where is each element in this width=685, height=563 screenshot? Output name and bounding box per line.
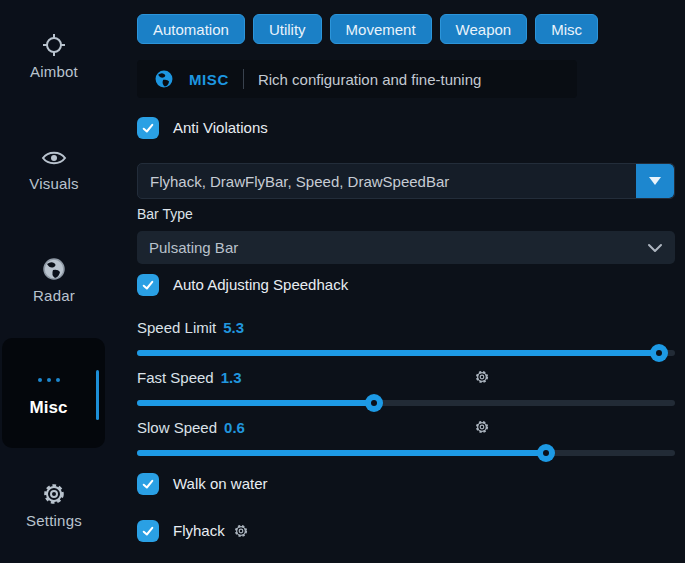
slider-value: 5.3 bbox=[223, 319, 244, 336]
sidebar-item-label: Radar bbox=[0, 287, 108, 304]
walk-on-water-checkbox[interactable] bbox=[137, 473, 159, 495]
slider-thumb[interactable] bbox=[365, 394, 383, 412]
checkbox-label: Flyhack bbox=[173, 522, 225, 539]
checkbox-label: Auto Adjusting Speedhack bbox=[173, 276, 348, 293]
checkbox-label: Anti Violations bbox=[173, 119, 268, 136]
fast-speed-gear-button[interactable] bbox=[474, 368, 490, 386]
slider-fill bbox=[137, 350, 659, 356]
slider-fill bbox=[137, 400, 374, 406]
tab-utility[interactable]: Utility bbox=[253, 14, 322, 44]
multiselect-dropdown-button[interactable] bbox=[636, 164, 674, 198]
active-indicator bbox=[96, 370, 99, 420]
category-tabs: Automation Utility Movement Weapon Misc bbox=[137, 14, 675, 44]
main-panel: Automation Utility Movement Weapon Misc … bbox=[137, 0, 675, 563]
sidebar-item-label: Visuals bbox=[0, 175, 108, 192]
walk-on-water-row: Walk on water bbox=[137, 471, 675, 496]
crosshair-icon bbox=[0, 32, 108, 58]
sidebar-item-misc[interactable]: Misc bbox=[2, 338, 105, 448]
slider-fill bbox=[137, 450, 546, 456]
sidebar: Aimbot Visuals Radar bbox=[0, 0, 130, 563]
slider-label: Slow Speed bbox=[137, 419, 217, 436]
section-header: MISC Rich configuration and fine-tuning bbox=[137, 60, 577, 98]
slow-speed-slider[interactable] bbox=[137, 444, 675, 462]
ellipsis-icon bbox=[2, 378, 95, 382]
sidebar-item-radar[interactable]: Radar bbox=[0, 256, 108, 304]
section-title: MISC bbox=[189, 71, 229, 88]
slow-speed-label-row: Slow Speed 0.6 bbox=[137, 418, 675, 436]
speed-limit-label-row: Speed Limit 5.3 bbox=[137, 318, 675, 336]
auto-adjusting-row: Auto Adjusting Speedhack bbox=[137, 272, 675, 297]
checkbox-label: Walk on water bbox=[173, 475, 267, 492]
fast-speed-slider[interactable] bbox=[137, 394, 675, 412]
globe-icon bbox=[0, 256, 108, 282]
sidebar-item-label: Aimbot bbox=[0, 63, 108, 80]
bar-type-label: Bar Type bbox=[137, 206, 675, 222]
anti-violations-row: Anti Violations bbox=[137, 115, 675, 140]
tab-weapon[interactable]: Weapon bbox=[440, 14, 528, 44]
speed-limit-slider[interactable] bbox=[137, 344, 675, 362]
tab-movement[interactable]: Movement bbox=[330, 14, 432, 44]
slider-value: 0.6 bbox=[224, 419, 245, 436]
bar-type-select[interactable]: Pulsating Bar bbox=[137, 231, 675, 264]
slider-label: Speed Limit bbox=[137, 319, 216, 336]
flyhack-checkbox[interactable] bbox=[137, 520, 159, 542]
slider-thumb[interactable] bbox=[537, 444, 555, 462]
auto-adjusting-checkbox[interactable] bbox=[137, 274, 159, 296]
sidebar-item-label: Misc bbox=[2, 398, 95, 418]
anti-violations-checkbox[interactable] bbox=[137, 117, 159, 139]
flyhack-gear-button[interactable] bbox=[233, 523, 249, 539]
tab-automation[interactable]: Automation bbox=[137, 14, 245, 44]
flyhack-row: Flyhack bbox=[137, 518, 675, 543]
select-value: Pulsating Bar bbox=[149, 239, 238, 256]
slow-speed-gear-button[interactable] bbox=[474, 418, 490, 436]
globe-icon bbox=[153, 68, 175, 90]
multiselect-value: Flyhack, DrawFlyBar, Speed, DrawSpeedBar bbox=[138, 164, 636, 198]
bar-multiselect[interactable]: Flyhack, DrawFlyBar, Speed, DrawSpeedBar bbox=[137, 163, 675, 199]
sidebar-item-aimbot[interactable]: Aimbot bbox=[0, 32, 108, 80]
sidebar-item-visuals[interactable]: Visuals bbox=[0, 146, 108, 192]
slider-label: Fast Speed bbox=[137, 369, 214, 386]
tab-misc[interactable]: Misc bbox=[535, 14, 598, 44]
chevron-down-icon bbox=[647, 243, 663, 253]
triangle-down-icon bbox=[649, 177, 661, 185]
app-window: Aimbot Visuals Radar bbox=[0, 0, 685, 563]
fast-speed-label-row: Fast Speed 1.3 bbox=[137, 368, 675, 386]
slider-value: 1.3 bbox=[221, 369, 242, 386]
divider bbox=[243, 69, 244, 89]
sidebar-item-label: Settings bbox=[0, 512, 108, 529]
eye-icon bbox=[0, 146, 108, 170]
gear-icon bbox=[0, 481, 108, 507]
sidebar-item-settings[interactable]: Settings bbox=[0, 481, 108, 529]
section-subtitle: Rich configuration and fine-tuning bbox=[258, 71, 481, 88]
slider-thumb[interactable] bbox=[650, 344, 668, 362]
